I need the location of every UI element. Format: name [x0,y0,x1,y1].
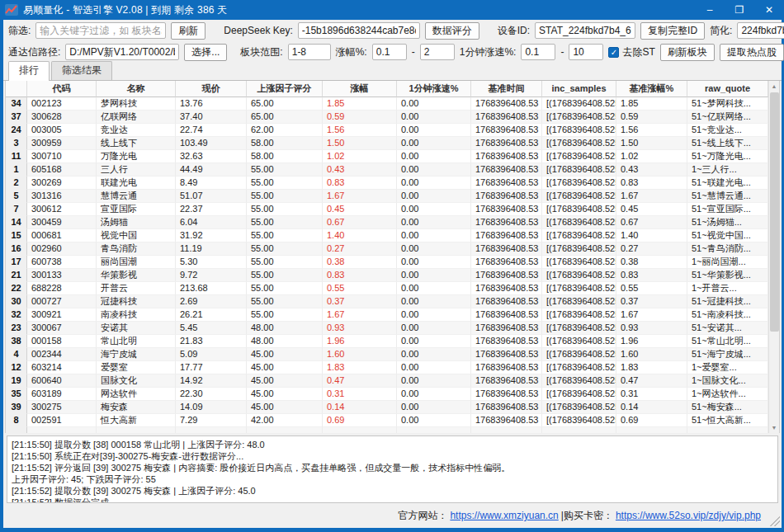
official-site-link[interactable]: https://www.xmziyuan.cn [450,510,558,521]
minimize-icon[interactable]: – [695,0,725,20]
price-cell: 5.09 [176,348,247,361]
refresh-board-button[interactable]: 刷新板块 [660,44,715,61]
table-row[interactable]: 16002960青鸟消防11.1955.000.270.001768396408… [6,242,768,256]
price-cell: 14.92 [176,374,247,388]
table-row[interactable]: 24003005竞业达22.7462.001.560.001768396408.… [6,124,768,137]
table-row[interactable] [6,427,768,433]
scrollbar-thumb[interactable] [770,92,779,332]
table-row[interactable]: 35603189网达软件22.3045.000.310.001768396408… [6,388,768,401]
table-row[interactable]: 38000158常山北明21.8348.001.960.001768396408… [6,335,768,348]
stock-table: 代码名称现价上涨因子评分涨幅1分钟涨速%基准时间inc_samples基准涨幅%… [5,81,780,433]
base_time-cell: 1768396408.53 [471,177,542,190]
table-row[interactable]: 4002344海宁皮城5.0945.001.600.001768396408.5… [6,348,768,361]
board-range-input[interactable] [288,44,331,60]
tdx-path-input[interactable] [65,44,179,60]
remove-st-checkbox[interactable]: ✓ 去除ST [608,45,654,59]
table-row[interactable]: 23300067安诺其5.4548.000.930.001768396408.5… [6,322,768,335]
table-row[interactable]: 11300710万隆光电32.6358.001.020.001768396408… [6,150,768,163]
board-range-label: 板块范围: [240,45,282,59]
column-header[interactable]: 基准时间 [471,81,542,97]
refresh-button[interactable]: 刷新 [171,22,205,40]
table-row[interactable]: 30000727冠捷科技2.6955.000.370.001768396408.… [6,295,768,308]
code-cell: 300133 [27,269,97,282]
code-cell: 002344 [27,348,97,361]
speed-pct-label: 1分钟涨速%: [460,45,517,59]
extract-hot-stocks-button[interactable]: 提取热点股 [720,44,784,61]
window-title: 易顺量化 - 智选引擎 V2.08 | 到期 剩余 386 天 [23,3,227,17]
scroll-up-icon[interactable]: ▲ [769,81,779,92]
column-header[interactable]: 1分钟涨速% [397,81,471,97]
tab-strip: 排行筛选结果 [3,63,782,81]
choose-path-button[interactable]: 选择... [184,44,227,61]
base_time-cell: 1768396408.53 [471,124,542,137]
data-score-button[interactable]: 数据评分 [425,22,479,40]
name-cell: 安诺其 [97,322,176,335]
table-row[interactable]: 8002591恒大高新7.2942.000.690.001768396408.5… [6,414,768,427]
base_chg-cell: 1.02 [616,150,687,163]
column-header[interactable]: 现价 [176,81,247,97]
column-header[interactable]: 涨幅 [323,81,397,97]
short-id-input[interactable] [737,22,784,39]
deepseek-key-input[interactable] [298,22,420,39]
speed-max-input[interactable] [569,44,603,60]
close-icon[interactable]: ✕ [754,0,784,20]
speed-cell: 0.00 [397,335,471,348]
price-cell: 8.49 [176,177,247,190]
table-row[interactable]: 32300921南凌科技26.2155.001.670.001768396408… [6,308,768,322]
column-header[interactable] [6,81,27,97]
buy-card-link[interactable]: https://www.52so.vip/zdjy/vip.php [616,510,761,521]
table-row[interactable]: 19600640国脉文化14.9245.000.470.001768396408… [6,374,768,388]
column-header[interactable]: inc_samples [542,81,616,97]
idx-cell [6,427,27,433]
log-area[interactable]: [21:15:50] 提取分数 [38] 000158 常山北明 | 上涨因子评… [7,435,778,503]
chg-cell: 1.50 [323,137,397,150]
speed-min-input[interactable] [521,44,555,60]
base_chg-cell: 1.56 [616,124,687,137]
table-row[interactable]: 37300628亿联网络37.4065.000.590.001768396408… [6,111,768,124]
table-row[interactable]: 14300459汤姆猫6.0455.000.670.001768396408.5… [6,216,768,229]
resize-grip-icon[interactable] [770,516,780,526]
tab-ranking[interactable]: 排行 [8,61,50,81]
score-cell: 65.00 [247,111,323,124]
table-row[interactable]: 1605168三人行44.4955.000.430.001768396408.5… [6,163,768,177]
table-row[interactable]: 34002123梦网科技13.7665.001.850.001768396408… [6,97,768,111]
app-window: 易顺量化 - 智选引擎 V2.08 | 到期 剩余 386 天 – ❐ ✕ 筛选… [0,0,784,532]
column-header[interactable]: raw_quote [687,81,768,97]
table-row[interactable]: 21300133华策影视9.7255.000.830.001768396408.… [6,269,768,282]
table-row[interactable]: 15000681视觉中国31.9255.001.400.001768396408… [6,229,768,242]
price-cell: 2.69 [176,295,247,308]
copy-full-id-button[interactable]: 复制完整ID [640,22,705,40]
device-id-input[interactable] [535,22,635,39]
score-cell: 45.00 [247,401,323,414]
change-max-input[interactable] [420,44,455,60]
filter-input[interactable] [35,22,166,39]
table-row[interactable]: 7300612宣亚国际22.3755.000.450.001768396408.… [6,203,768,216]
change-min-input[interactable] [372,44,407,60]
speed-cell: 0.00 [397,269,471,282]
column-header[interactable]: 上涨因子评分 [247,81,323,97]
idx-cell: 17 [6,256,27,269]
maximize-icon[interactable]: ❐ [725,0,754,20]
table-row[interactable]: 5301316慧博云通51.0755.001.670.001768396408.… [6,190,768,203]
tab-filter-results[interactable]: 筛选结果 [51,61,112,80]
base_time-cell: 1768396408.53 [471,97,542,111]
scroll-down-icon[interactable]: ▼ [769,422,779,433]
column-header[interactable]: 代码 [27,81,97,97]
column-header[interactable]: 基准涨幅% [616,81,687,97]
code-cell: 300710 [27,150,97,163]
idx-cell: 1 [6,163,27,177]
chg-cell: 0.69 [323,414,397,427]
name-cell: 汤姆猫 [97,216,176,229]
table-row[interactable]: 12603214爱婴室17.7745.001.830.001768396408.… [6,361,768,374]
inc_samples-cell: [(1768396408.52544... [542,335,616,348]
score-cell: 45.00 [247,348,323,361]
table-row[interactable]: 22688228开普云213.6855.000.550.001768396408… [6,282,768,295]
table-row[interactable]: 39300275梅安森14.0945.000.140.001768396408.… [6,401,768,414]
table-row[interactable]: 17600738丽尚国潮5.3055.000.380.001768396408.… [6,256,768,269]
table-row[interactable]: 3300959线上线下103.4958.001.500.001768396408… [6,137,768,150]
base_time-cell: 1768396408.53 [471,150,542,163]
column-header[interactable]: 名称 [97,81,176,97]
base_chg-cell: 0.55 [616,282,687,295]
table-row[interactable]: 2300269联建光电8.4955.000.830.001768396408.5… [6,177,768,190]
vertical-scrollbar[interactable]: ▲ ▼ [768,81,779,433]
